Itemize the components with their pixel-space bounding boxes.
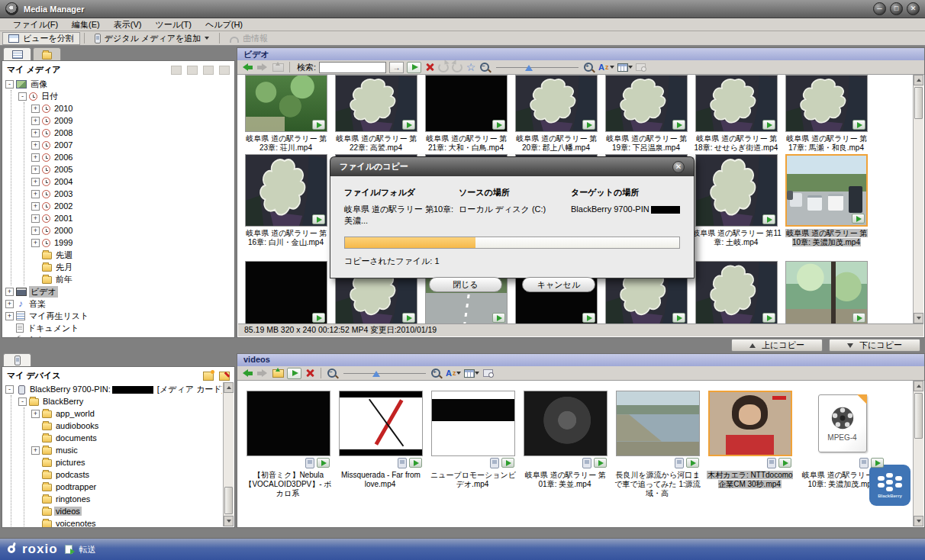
menu-view[interactable]: 表示(V): [107, 19, 149, 31]
expand-icon[interactable]: +: [31, 202, 40, 211]
collapse-icon[interactable]: -: [18, 397, 27, 406]
go-icon[interactable]: →: [389, 62, 404, 73]
view-grid-icon[interactable]: [617, 61, 633, 73]
sort-az-icon[interactable]: Az: [446, 367, 461, 379]
play-icon[interactable]: [312, 313, 325, 323]
collapse-icon[interactable]: -: [5, 385, 14, 394]
cancel-button[interactable]: キャンセル: [522, 277, 595, 292]
slider-icon[interactable]: [495, 63, 580, 72]
play-icon[interactable]: [312, 120, 325, 130]
tree-item-pictures[interactable]: pictures: [31, 456, 219, 468]
play-icon[interactable]: [852, 214, 865, 224]
expand-icon[interactable]: +: [5, 288, 14, 296]
tree-item-2007[interactable]: +2007: [31, 139, 231, 151]
play-icon[interactable]: [762, 313, 775, 323]
tree-item-voicenotes[interactable]: voicenotes: [31, 517, 219, 527]
play-icon[interactable]: [778, 458, 791, 468]
expand-icon[interactable]: +: [31, 239, 40, 247]
expand-icon[interactable]: +: [31, 117, 40, 125]
video-thumbnail[interactable]: [245, 154, 327, 227]
tree-item-1999[interactable]: +1999: [31, 237, 231, 249]
delete-icon[interactable]: [424, 62, 435, 72]
play-icon[interactable]: [852, 313, 865, 323]
video-thumbnail[interactable]: [247, 391, 330, 456]
menu-edit[interactable]: 編集(E): [65, 19, 107, 31]
tree-item-podtrapper[interactable]: podtrapper: [31, 481, 219, 493]
play-icon[interactable]: [492, 120, 505, 130]
preview-icon[interactable]: [482, 367, 493, 379]
play-icon[interactable]: [672, 120, 685, 130]
play-icon[interactable]: [409, 458, 422, 468]
tree-item-2000[interactable]: +2000: [31, 224, 231, 237]
scrollbar-thumb[interactable]: [224, 487, 233, 514]
close-button[interactable]: 閉じる: [429, 277, 502, 292]
play-icon[interactable]: [407, 62, 421, 73]
tree-item-2005[interactable]: +2005: [31, 163, 231, 175]
expand-icon[interactable]: +: [5, 312, 14, 320]
expand-icon[interactable]: +: [31, 190, 40, 198]
zoom-out-icon[interactable]: −: [327, 368, 339, 379]
play-icon[interactable]: [672, 313, 685, 323]
play-icon[interactable]: [582, 313, 595, 323]
tree-item-2003[interactable]: +2003: [31, 188, 231, 200]
view-grid-icon[interactable]: [464, 367, 479, 379]
video-thumbnail[interactable]: [785, 154, 868, 227]
tree-item-先月[interactable]: 先月: [31, 261, 231, 273]
play-icon[interactable]: [762, 214, 775, 224]
delete-icon[interactable]: [305, 368, 315, 378]
play-icon[interactable]: [312, 214, 325, 224]
tree-item-日付[interactable]: -日付: [18, 90, 231, 102]
collapse-icon[interactable]: -: [5, 80, 14, 89]
tree-item-ringtones[interactable]: ringtones: [31, 493, 219, 505]
tree-item-2002[interactable]: +2002: [31, 200, 231, 212]
scroll-down-icon[interactable]: [914, 516, 923, 526]
video-thumbnail[interactable]: [708, 391, 792, 456]
video-thumbnail[interactable]: [785, 261, 868, 323]
play-icon[interactable]: [594, 458, 607, 468]
tree-item-2008[interactable]: +2008: [31, 127, 231, 139]
video-thumbnail[interactable]: [339, 391, 423, 456]
video-thumbnail[interactable]: [785, 75, 868, 132]
play-icon[interactable]: [317, 458, 330, 468]
tree-item-2001[interactable]: +2001: [31, 212, 231, 224]
video-thumbnail[interactable]: [245, 261, 327, 323]
tab-device[interactable]: [3, 353, 31, 367]
video-thumbnail[interactable]: [524, 391, 608, 456]
scrollbar-thumb[interactable]: [914, 87, 923, 119]
copy-down-button[interactable]: 下にコピー: [829, 339, 920, 352]
tree-item-music[interactable]: +music: [31, 444, 219, 456]
expand-icon[interactable]: +: [31, 141, 40, 150]
video-thumbnail[interactable]: [605, 75, 688, 132]
menu-file[interactable]: ファイル(F): [6, 19, 65, 31]
play-icon[interactable]: [501, 458, 514, 468]
tree-item-BlackBerry[interactable]: -BlackBerry: [18, 395, 219, 407]
device-videos-scrollbar[interactable]: [913, 381, 923, 526]
play-icon[interactable]: [852, 120, 865, 130]
close-icon[interactable]: ✕: [907, 2, 920, 15]
video-thumbnail[interactable]: [695, 154, 778, 227]
tree-item-前年[interactable]: 前年: [31, 273, 231, 285]
tree-item-app_world[interactable]: +app_world: [31, 407, 219, 420]
back-icon[interactable]: [241, 367, 253, 379]
video-thumbnail[interactable]: [431, 391, 515, 456]
tree-item-マイ再生リスト[interactable]: +マイ再生リスト: [5, 310, 231, 322]
play-icon[interactable]: [287, 368, 301, 379]
search-input[interactable]: [319, 62, 386, 73]
slider-icon[interactable]: [342, 369, 427, 378]
scroll-down-icon[interactable]: [224, 516, 234, 526]
tab-media-library[interactable]: [3, 47, 31, 61]
tree-item-audiobooks[interactable]: audiobooks: [31, 420, 219, 432]
play-icon[interactable]: [402, 313, 415, 323]
tree-item-音声メモ[interactable]: 音声メモ: [5, 334, 231, 338]
tree-item-ビデオ[interactable]: +ビデオ: [5, 285, 231, 298]
expand-icon[interactable]: +: [31, 153, 40, 162]
split-view-button[interactable]: ビューを分割: [2, 32, 80, 45]
play-icon[interactable]: [686, 458, 699, 468]
play-icon[interactable]: [762, 120, 775, 130]
video-thumbnail[interactable]: [515, 75, 598, 132]
tree-item-device[interactable]: -BlackBerry 9700-PIN: [メディア カード]: [5, 383, 219, 395]
tree-item-podcasts[interactable]: podcasts: [31, 468, 219, 481]
expand-icon[interactable]: +: [31, 446, 40, 455]
video-thumbnail[interactable]: [695, 261, 778, 323]
menu-tools[interactable]: ツール(T): [148, 19, 198, 31]
